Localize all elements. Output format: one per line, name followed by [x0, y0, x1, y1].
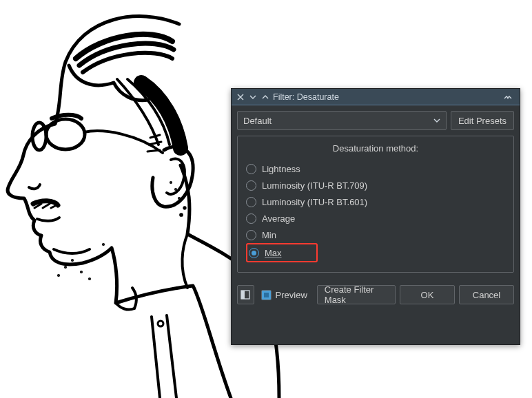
dialog-button-bar: Preview Create Filter Mask OK Cancel — [232, 280, 520, 310]
desaturation-group: Desaturation method: Lightness Luminosit… — [237, 136, 514, 273]
close-icon[interactable] — [236, 92, 245, 102]
radio-label: Max — [265, 248, 282, 258]
radio-luminosity-709[interactable]: Luminosity (ITU-R BT.709) — [246, 177, 505, 193]
radio-average[interactable]: Average — [246, 210, 505, 227]
svg-point-12 — [170, 182, 172, 183]
preview-label: Preview — [276, 290, 307, 300]
ok-button[interactable]: OK — [400, 285, 455, 304]
radio-label: Luminosity (ITU-R BT.601) — [262, 197, 367, 207]
svg-line-0 — [150, 135, 160, 138]
dialog-title: Filter: Desaturate — [273, 92, 503, 102]
svg-rect-18 — [241, 291, 245, 299]
checkbox-icon — [261, 290, 272, 300]
radio-max[interactable]: Max — [249, 246, 282, 260]
svg-point-8 — [81, 271, 82, 273]
cancel-button[interactable]: Cancel — [459, 285, 514, 304]
radio-label: Min — [262, 230, 276, 240]
radio-icon — [246, 164, 256, 174]
radio-luminosity-601[interactable]: Luminosity (ITU-R BT.601) — [246, 193, 505, 210]
highlight-annotation: Max — [246, 243, 318, 262]
svg-point-13 — [175, 189, 176, 190]
dialog-titlebar[interactable]: Filter: Desaturate — [232, 89, 520, 105]
radio-icon — [246, 180, 256, 191]
group-title: Desaturation method: — [246, 143, 505, 154]
svg-point-16 — [180, 213, 182, 216]
radio-label: Lightness — [262, 164, 300, 174]
radio-lightness[interactable]: Lightness — [246, 160, 505, 177]
svg-point-11 — [103, 244, 104, 245]
radio-label: Average — [262, 213, 295, 224]
filter-dialog: Filter: Desaturate Default Edit Presets … — [231, 88, 520, 345]
radio-icon — [246, 230, 256, 240]
svg-point-6 — [65, 266, 66, 268]
svg-point-10 — [58, 275, 59, 276]
preset-select[interactable]: Default — [237, 111, 447, 130]
preset-toolbar: Default Edit Presets — [232, 105, 520, 136]
create-filter-mask-button[interactable]: Create Filter Mask — [317, 285, 396, 304]
radio-icon — [246, 213, 256, 224]
edit-presets-button[interactable]: Edit Presets — [451, 111, 514, 130]
svg-point-15 — [184, 207, 186, 209]
chevron-up-icon[interactable] — [260, 92, 270, 102]
dialog-spacer — [232, 310, 520, 344]
radio-icon — [249, 248, 259, 258]
svg-point-3 — [46, 119, 85, 149]
svg-rect-19 — [264, 293, 269, 297]
split-preview-icon[interactable] — [237, 285, 254, 304]
svg-point-14 — [178, 198, 180, 199]
collapse-icon[interactable] — [503, 92, 513, 102]
chevron-down-icon[interactable] — [248, 92, 258, 102]
chevron-down-icon — [433, 116, 440, 126]
svg-point-7 — [72, 260, 73, 261]
svg-point-5 — [158, 321, 163, 326]
svg-point-9 — [89, 278, 90, 280]
preset-value: Default — [243, 116, 272, 126]
radio-min[interactable]: Min — [246, 227, 505, 243]
preview-checkbox[interactable]: Preview — [258, 290, 313, 300]
radio-label: Luminosity (ITU-R BT.709) — [262, 180, 367, 191]
radio-icon — [246, 197, 256, 207]
